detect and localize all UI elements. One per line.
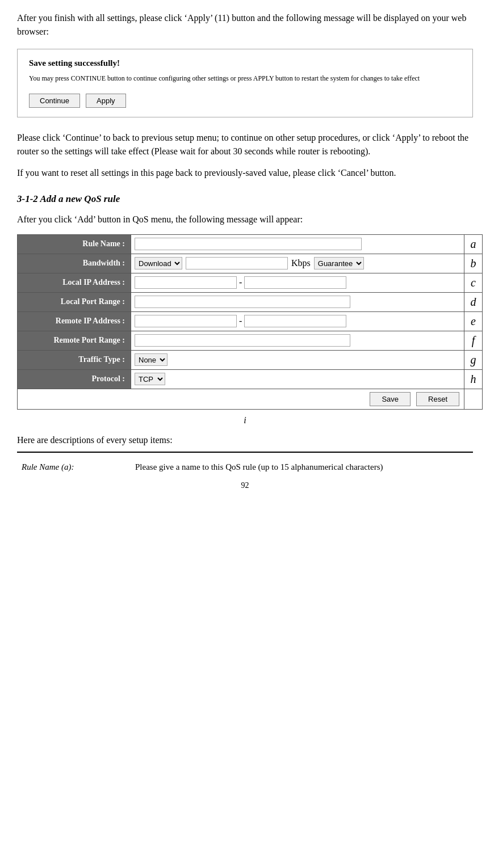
local-ip-start-input[interactable]: [135, 276, 237, 289]
bandwidth-value-input[interactable]: [186, 257, 288, 269]
descriptions-heading: Here are descriptions of every setup ite…: [17, 433, 473, 447]
remote-ip-letter: e: [464, 311, 483, 331]
traffic-type-row: Traffic Type : None g: [18, 350, 483, 369]
save-setting-box: Save setting successfully! You may press…: [17, 49, 473, 117]
desc-rule-name-text: Please give a name to this QoS rule (up …: [131, 458, 473, 476]
traffic-type-label: Traffic Type :: [18, 350, 131, 369]
traffic-type-letter: g: [464, 350, 483, 369]
bandwidth-row: Bandwidth : Download Upload Kbps Guarant…: [18, 254, 483, 273]
traffic-type-select[interactable]: None: [135, 353, 167, 366]
section-heading: 3-1-2 Add a new QoS rule: [17, 193, 473, 205]
local-port-input-cell: [131, 292, 464, 311]
descriptions-table: Rule Name (a): Please give a name to thi…: [17, 458, 473, 476]
local-port-row: Local Port Range : d: [18, 292, 483, 311]
continue-button[interactable]: Continue: [29, 94, 80, 108]
ip-dash-1: -: [239, 277, 242, 288]
page-number: 92: [17, 481, 473, 490]
intro-text: After you finish with all settings, plea…: [17, 11, 473, 39]
apply-button[interactable]: Apply: [86, 94, 126, 108]
traffic-type-input-cell: None: [131, 350, 464, 369]
protocol-row: Protocol : TCP UDP Both h: [18, 369, 483, 389]
remote-port-input[interactable]: [135, 334, 350, 347]
remote-ip-input-cell: -: [131, 311, 464, 331]
qos-form-table: Rule Name : a Bandwidth : Download Uploa…: [17, 234, 483, 410]
save-reset-cell: Save Reset: [18, 389, 464, 409]
after-click-text: After you click ‘Add’ button in QoS menu…: [17, 213, 473, 226]
remote-ip-label: Remote IP Address :: [18, 311, 131, 331]
local-port-input[interactable]: [135, 296, 350, 308]
rule-name-input-cell: [131, 234, 464, 254]
ip-dash-2: -: [239, 316, 242, 326]
save-reset-row: Save Reset: [18, 389, 483, 409]
remote-port-letter: f: [464, 331, 483, 350]
rule-name-letter: a: [464, 234, 483, 254]
save-setting-title: Save setting successfully!: [29, 58, 461, 68]
protocol-select[interactable]: TCP UDP Both: [135, 373, 165, 385]
protocol-letter: h: [464, 369, 483, 389]
local-ip-input-cell: -: [131, 273, 464, 292]
desc-rule-name-label: Rule Name (a):: [17, 458, 131, 476]
protocol-label: Protocol :: [18, 369, 131, 389]
bandwidth-letter: b: [464, 254, 483, 273]
local-ip-letter: c: [464, 273, 483, 292]
local-port-label: Local Port Range :: [18, 292, 131, 311]
local-ip-row: Local IP Address : - c: [18, 273, 483, 292]
local-port-letter: d: [464, 292, 483, 311]
i-label: i: [17, 415, 473, 425]
rule-name-row: Rule Name : a: [18, 234, 483, 254]
desc-rule-name-row: Rule Name (a): Please give a name to thi…: [17, 458, 473, 476]
rule-name-label: Rule Name :: [18, 234, 131, 254]
para3-text: If you want to reset all settings in thi…: [17, 166, 473, 180]
bandwidth-type-select[interactable]: Guarantee Maximum: [314, 257, 364, 269]
local-ip-end-input[interactable]: [244, 276, 346, 289]
save-setting-desc: You may press CONTINUE button to continu…: [29, 74, 461, 83]
remote-ip-end-input[interactable]: [244, 315, 346, 327]
divider: [17, 452, 473, 453]
remote-ip-start-input[interactable]: [135, 315, 237, 327]
bandwidth-unit: Kbps: [291, 258, 311, 268]
remote-port-input-cell: [131, 331, 464, 350]
qos-save-button[interactable]: Save: [370, 392, 411, 406]
protocol-input-cell: TCP UDP Both: [131, 369, 464, 389]
save-setting-buttons: Continue Apply: [29, 94, 461, 108]
bandwidth-direction-select[interactable]: Download Upload: [135, 257, 182, 269]
remote-port-row: Remote Port Range : f: [18, 331, 483, 350]
bandwidth-input-cell: Download Upload Kbps Guarantee Maximum: [131, 254, 464, 273]
save-reset-letter-cell: [464, 389, 483, 409]
para2-text: Please click ‘Continue’ to back to previ…: [17, 131, 473, 158]
local-ip-label: Local IP Address :: [18, 273, 131, 292]
bandwidth-label: Bandwidth :: [18, 254, 131, 273]
remote-ip-row: Remote IP Address : - e: [18, 311, 483, 331]
rule-name-input[interactable]: [135, 238, 362, 250]
qos-reset-button[interactable]: Reset: [416, 392, 459, 406]
remote-port-label: Remote Port Range :: [18, 331, 131, 350]
